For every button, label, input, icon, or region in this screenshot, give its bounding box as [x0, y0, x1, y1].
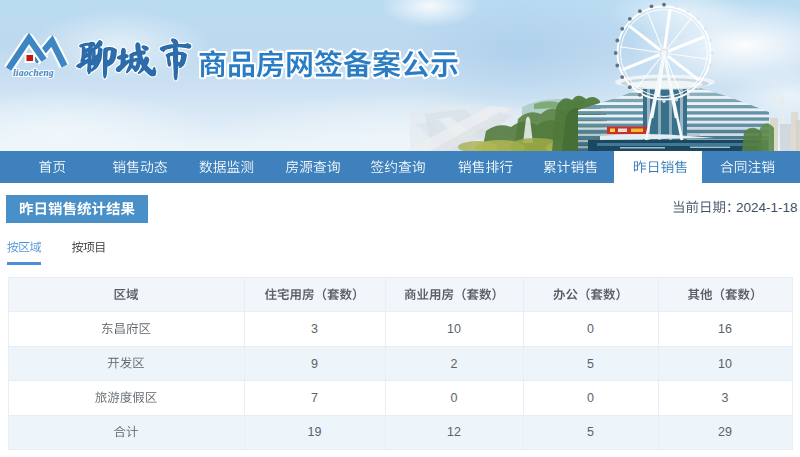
svg-text:12: 12 [447, 425, 461, 439]
svg-text:5: 5 [587, 357, 594, 371]
svg-text:3: 3 [311, 322, 318, 336]
svg-text:10: 10 [718, 357, 732, 371]
svg-text:9: 9 [311, 357, 318, 371]
svg-text:10: 10 [447, 322, 461, 336]
svg-text:2024-1-18: 2024-1-18 [736, 200, 798, 215]
svg-text:liaocheng: liaocheng [13, 67, 54, 78]
svg-text:0: 0 [587, 322, 594, 336]
svg-text:29: 29 [718, 425, 732, 439]
svg-text:19: 19 [308, 425, 322, 439]
svg-text:0: 0 [451, 391, 458, 405]
svg-text:3: 3 [722, 391, 729, 405]
svg-text:0: 0 [587, 391, 594, 405]
svg-text:2: 2 [451, 357, 458, 371]
svg-text:16: 16 [718, 322, 732, 336]
svg-text:5: 5 [587, 425, 594, 439]
svg-text:7: 7 [311, 391, 318, 405]
